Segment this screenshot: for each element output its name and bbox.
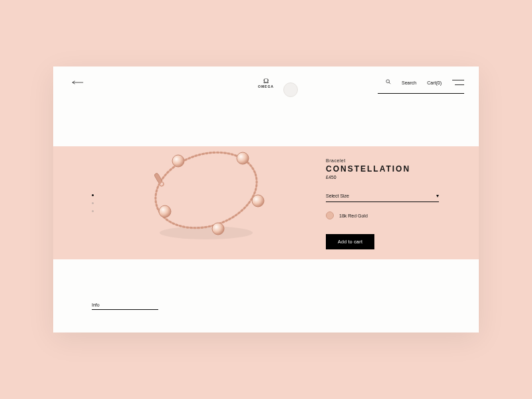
- page: Ω OMEGA Search Cart(0): [53, 66, 479, 332]
- add-to-cart-button[interactable]: Add to cart: [326, 234, 374, 249]
- svg-point-6: [172, 155, 184, 167]
- material-option: 18k Red Gold: [326, 211, 439, 219]
- menu-button[interactable]: [452, 80, 464, 85]
- svg-point-8: [252, 195, 264, 207]
- product-info: Bracelet CONSTELLATION £450 Select Size …: [326, 158, 439, 249]
- product-category: Bracelet: [326, 158, 439, 163]
- material-label: 18k Red Gold: [339, 213, 368, 218]
- chevron-down-icon: ▾: [436, 193, 439, 199]
- product-title: CONSTELLATION: [326, 164, 439, 174]
- size-select-label: Select Size: [326, 194, 349, 198]
- svg-point-7: [237, 152, 249, 164]
- svg-point-4: [146, 140, 267, 241]
- carousel-dot-3[interactable]: [92, 210, 94, 212]
- arrow-left-icon: [72, 80, 84, 84]
- carousel-dot-1[interactable]: [92, 194, 94, 196]
- info-underline: [92, 309, 158, 310]
- brand-glyph: Ω: [258, 77, 274, 84]
- header: Ω OMEGA Search Cart(0): [53, 76, 479, 89]
- info-label: Info: [92, 303, 158, 307]
- info-link[interactable]: Info: [92, 303, 158, 310]
- avatar[interactable]: [283, 82, 298, 97]
- search-icon[interactable]: [386, 79, 391, 86]
- header-right: Search Cart(0): [386, 79, 464, 86]
- cart-link[interactable]: Cart(0): [427, 80, 442, 85]
- svg-point-9: [212, 223, 224, 235]
- svg-point-1: [386, 80, 390, 83]
- search-link[interactable]: Search: [402, 80, 416, 85]
- back-button[interactable]: [72, 79, 84, 86]
- svg-point-5: [146, 140, 267, 241]
- material-swatch[interactable]: [326, 211, 334, 219]
- header-divider: [378, 93, 464, 94]
- brand-logo[interactable]: Ω OMEGA: [258, 77, 274, 88]
- svg-line-2: [389, 82, 390, 84]
- product-price: £450: [326, 175, 439, 180]
- size-select[interactable]: Select Size ▾: [326, 190, 439, 202]
- carousel-dots: [92, 194, 94, 212]
- svg-point-10: [159, 205, 171, 217]
- brand-name: OMEGA: [258, 85, 274, 88]
- carousel-dot-2[interactable]: [92, 202, 94, 204]
- product-image: [140, 126, 273, 259]
